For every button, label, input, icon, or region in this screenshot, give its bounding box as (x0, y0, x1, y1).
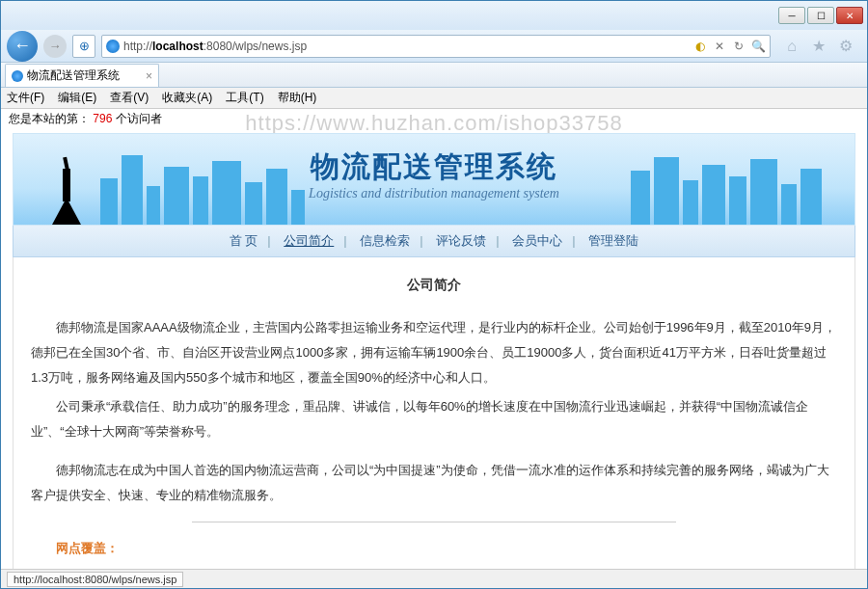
address-bar[interactable]: http://localhost:8080/wlps/news.jsp ◐ ✕ … (101, 35, 771, 58)
browser-tab[interactable]: 物流配送管理系统 × (5, 64, 159, 87)
visitor-counter: 您是本站的第： 796 个访问者 (1, 109, 867, 129)
header-banner: 物流配送管理系统 Logistics and distribution mana… (13, 133, 855, 226)
tab-favicon (12, 70, 23, 82)
menu-bar: 文件(F) 编辑(E) 查看(V) 收藏夹(A) 工具(T) 帮助(H) (1, 88, 867, 109)
compat-icon[interactable]: ◐ (692, 39, 708, 54)
url-protocol: http:// (123, 40, 152, 53)
ie-icon (106, 40, 120, 53)
menu-favorites[interactable]: 收藏夹(A) (162, 90, 212, 106)
home-icon[interactable]: ⌂ (782, 37, 801, 56)
minimize-button[interactable]: ─ (778, 7, 805, 24)
divider (192, 522, 676, 522)
visitor-suffix: 个访问者 (116, 112, 162, 125)
status-url: http://localhost:8080/wlps/news.jsp (7, 572, 183, 587)
banner-title: 物流配送管理系统 (311, 147, 557, 187)
article-p2: 公司秉承“承载信任、助力成功”的服务理念，重品牌、讲诚信，以每年60%的增长速度… (31, 394, 837, 444)
article-p1: 德邦物流是国家AAAA级物流企业，主营国内公路零担运输业务和空运代理，是行业内的… (31, 315, 837, 390)
titlebar: ─ ☐ ✕ (1, 1, 867, 30)
tools-gear-icon[interactable]: ⚙ (836, 37, 855, 56)
page-content: https://www.huzhan.com/ishop33758 您是本站的第… (1, 109, 867, 571)
tab-bar: 物流配送管理系统 × (1, 63, 867, 88)
nav-admin[interactable]: 管理登陆 (583, 233, 644, 248)
nav-toolbar: ← → ⊕ http://localhost:8080/wlps/news.js… (1, 30, 867, 63)
favorites-icon[interactable]: ★ (809, 37, 828, 56)
nav-about[interactable]: 公司简介 (278, 233, 339, 248)
toolbar-right-icons: ⌂ ★ ⚙ (776, 37, 861, 56)
close-button[interactable]: ✕ (836, 7, 863, 24)
nav-member[interactable]: 会员中心 (506, 233, 568, 248)
statue-silhouette (52, 149, 81, 225)
tab-close-icon[interactable]: × (146, 69, 152, 83)
menu-view[interactable]: 查看(V) (110, 90, 149, 106)
url-path: :8080/wlps/news.jsp (203, 40, 307, 53)
search-icon[interactable]: 🔍 (750, 39, 766, 54)
visitor-prefix: 您是本站的第： (9, 112, 90, 125)
addressbar-icons: ◐ ✕ ↻ 🔍 (692, 39, 766, 54)
window-controls: ─ ☐ ✕ (778, 7, 863, 24)
visitor-count: 796 (93, 112, 112, 125)
refresh-icon[interactable]: ↻ (731, 39, 746, 54)
article-body: 公司简介 德邦物流是国家AAAA级物流企业，主营国内公路零担运输业务和空运代理，… (13, 257, 855, 571)
maximize-button[interactable]: ☐ (807, 7, 834, 24)
status-bar: http://localhost:8080/wlps/news.jsp (1, 569, 867, 588)
forward-button[interactable]: → (43, 35, 67, 58)
menu-help[interactable]: 帮助(H) (278, 90, 317, 106)
nav-feedback[interactable]: 评论反馈 (430, 233, 492, 248)
nav-search[interactable]: 信息检索 (354, 233, 416, 248)
menu-edit[interactable]: 编辑(E) (58, 90, 96, 106)
security-shield-icon[interactable]: ⊕ (72, 35, 95, 58)
url-text: http://localhost:8080/wlps/news.jsp (123, 40, 307, 53)
back-button[interactable]: ← (7, 31, 38, 62)
menu-file[interactable]: 文件(F) (7, 90, 44, 106)
article-p3: 德邦物流志在成为中国人首选的国内物流运营商，公司以“为中国提速”为使命，凭借一流… (31, 458, 837, 508)
site-nav: 首 页| 公司简介| 信息检索| 评论反馈| 会员中心| 管理登陆 (13, 226, 855, 257)
url-host: localhost (152, 40, 203, 53)
banner-subtitle: Logistics and distribution management sy… (309, 186, 559, 201)
menu-tools[interactable]: 工具(T) (226, 90, 263, 106)
section-coverage-title: 网点覆盖： (31, 536, 837, 561)
browser-window: ─ ☐ ✕ ← → ⊕ http://localhost:8080/wlps/n… (0, 0, 868, 589)
tab-title: 物流配送管理系统 (27, 67, 120, 84)
stop-icon[interactable]: ✕ (712, 39, 727, 54)
article-heading: 公司简介 (31, 271, 837, 298)
nav-home[interactable]: 首 页 (224, 233, 264, 248)
